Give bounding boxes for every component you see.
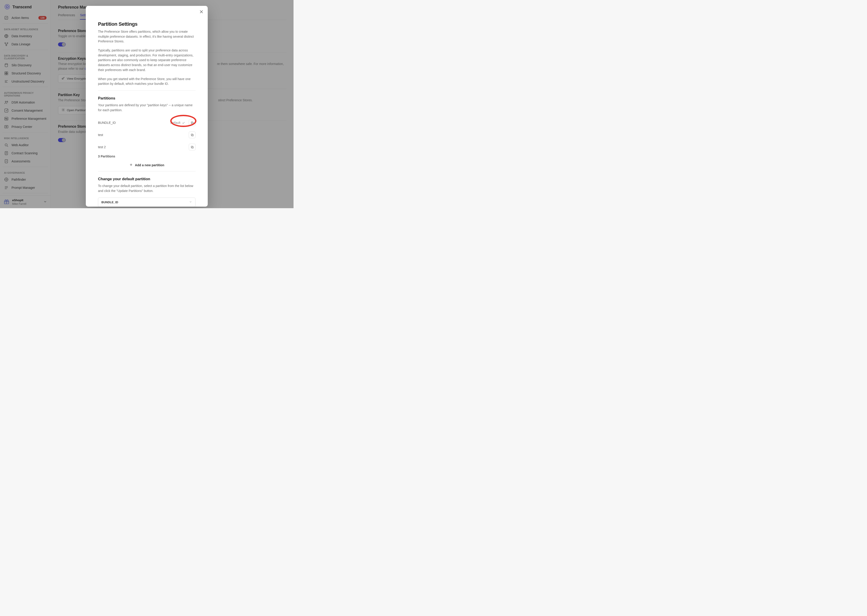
change-default-heading: Change your default partition bbox=[98, 177, 195, 181]
partition-row: test 2 bbox=[98, 141, 195, 153]
partitions-desc: Your partitions are defined by your "par… bbox=[98, 103, 195, 113]
add-partition-label: Add a new partition bbox=[135, 163, 164, 167]
partition-name: test 2 bbox=[98, 145, 188, 149]
default-tag: Default bbox=[169, 120, 186, 126]
change-default-desc: To change your default partition, select… bbox=[98, 184, 195, 193]
add-partition-button[interactable]: Add a new partition bbox=[98, 158, 195, 169]
close-icon[interactable] bbox=[199, 9, 204, 14]
default-partition-selected-value: BUNDLE_ID bbox=[101, 201, 118, 204]
partition-settings-modal: Partition Settings The Preference Store … bbox=[86, 6, 208, 207]
modal-p1: The Preference Store offers partitions, … bbox=[98, 29, 195, 44]
copy-button[interactable] bbox=[189, 119, 195, 126]
partitions-heading: Partitions bbox=[98, 96, 195, 101]
modal-title: Partition Settings bbox=[98, 21, 195, 27]
plus-icon bbox=[129, 163, 133, 167]
partition-count: 3 Partitions bbox=[98, 153, 195, 158]
partition-name: test bbox=[98, 133, 188, 137]
partition-row: test bbox=[98, 129, 195, 141]
modal-p2: Typically, partitions are used to split … bbox=[98, 48, 195, 72]
modal-divider-2 bbox=[98, 171, 195, 171]
chevron-down-icon bbox=[189, 200, 192, 204]
svg-rect-39 bbox=[191, 134, 193, 135]
svg-rect-37 bbox=[191, 122, 193, 123]
svg-rect-40 bbox=[192, 147, 194, 148]
partition-row: BUNDLE_IDDefault bbox=[98, 116, 195, 129]
modal-p3: When you get started with the Preference… bbox=[98, 77, 195, 86]
partition-name: BUNDLE_ID bbox=[98, 121, 169, 124]
copy-button[interactable] bbox=[189, 132, 195, 138]
modal-divider bbox=[98, 90, 195, 91]
svg-rect-36 bbox=[192, 122, 194, 124]
default-partition-select[interactable]: BUNDLE_ID bbox=[98, 198, 195, 207]
svg-rect-41 bbox=[191, 146, 193, 148]
copy-button[interactable] bbox=[189, 144, 195, 151]
svg-rect-38 bbox=[192, 134, 194, 136]
